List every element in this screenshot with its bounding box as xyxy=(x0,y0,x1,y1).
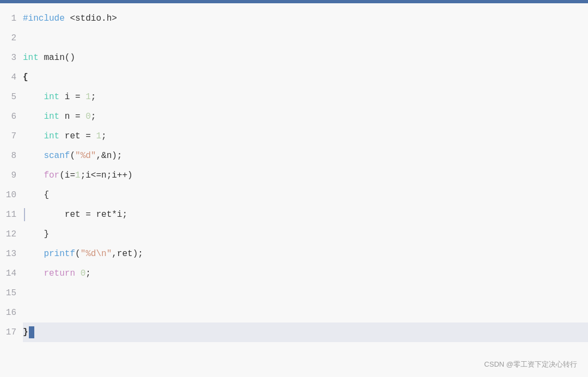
code-text: ret = ret*i; xyxy=(65,210,127,220)
code-line-4: { xyxy=(23,68,588,87)
code-line-8: scanf("%d",&n); xyxy=(23,146,588,166)
indent xyxy=(23,151,44,161)
code-text: <stdio.h> xyxy=(65,14,117,23)
line-num-11: 11 xyxy=(0,205,16,224)
code-text: ; xyxy=(91,112,96,121)
code-text: main() xyxy=(39,53,75,63)
str-printf: "%d\n" xyxy=(81,249,112,259)
code-text: ; xyxy=(85,269,91,278)
code-content[interactable]: #include <stdio.h> int main() { int i = … xyxy=(23,8,588,373)
editor-container: 1 2 3 4 5 6 7 8 9 10 11 12 13 14 15 16 1… xyxy=(0,0,588,377)
brace-inner-close: } xyxy=(44,229,49,239)
keyword-int-5: int xyxy=(44,92,59,102)
line-num-2: 2 xyxy=(0,28,16,48)
code-line-1: #include <stdio.h> xyxy=(23,9,588,28)
line-num-13: 13 xyxy=(0,244,16,264)
line-num-17: 17 xyxy=(0,323,16,342)
code-text: ,ret); xyxy=(112,249,143,259)
code-line-11: ret = ret*i; xyxy=(23,205,588,224)
indent xyxy=(23,92,44,102)
num-1b: 1 xyxy=(96,131,101,141)
num-1c: 1 xyxy=(75,171,81,180)
line-num-3: 3 xyxy=(0,48,16,68)
code-text: ; xyxy=(101,131,107,141)
code-line-5: int i = 1; xyxy=(23,87,588,107)
indent xyxy=(23,229,44,239)
code-text: ; xyxy=(91,92,96,102)
line-num-5: 5 xyxy=(0,87,16,107)
brace-inner-open: { xyxy=(44,190,49,200)
num-1: 1 xyxy=(85,92,91,102)
code-line-7: int ret = 1; xyxy=(23,126,588,146)
code-text: n = xyxy=(59,112,85,121)
brace-main-close: } xyxy=(23,327,28,337)
line-num-6: 6 xyxy=(0,107,16,126)
indent xyxy=(23,249,44,259)
code-text xyxy=(75,269,81,278)
line-num-8: 8 xyxy=(0,146,16,166)
code-line-2 xyxy=(23,28,588,48)
code-text: ( xyxy=(75,249,81,259)
code-text: ;i<=n;i++) xyxy=(81,171,133,180)
code-line-15 xyxy=(23,283,588,303)
line-num-9: 9 xyxy=(0,166,16,185)
cursor xyxy=(29,326,34,338)
line-num-15: 15 xyxy=(0,283,16,303)
code-line-16 xyxy=(23,303,588,323)
line-numbers: 1 2 3 4 5 6 7 8 9 10 11 12 13 14 15 16 1… xyxy=(0,8,23,373)
keyword-return: return xyxy=(44,269,75,278)
line-num-1: 1 xyxy=(0,9,16,28)
code-text: ,&n); xyxy=(96,151,122,161)
indent-inner xyxy=(23,210,65,220)
line-num-7: 7 xyxy=(0,126,16,146)
code-line-9: for(i=1;i<=n;i++) xyxy=(23,166,588,185)
code-line-17: } xyxy=(23,323,588,342)
line-num-4: 4 xyxy=(0,68,16,87)
keyword-include: #include xyxy=(23,14,65,23)
func-scanf: scanf xyxy=(44,151,70,161)
line-num-16: 16 xyxy=(0,303,16,323)
code-line-3: int main() xyxy=(23,48,588,68)
keyword-int-3: int xyxy=(23,53,39,63)
keyword-int-6: int xyxy=(44,112,59,121)
code-text: ret = xyxy=(59,131,96,141)
code-line-12: } xyxy=(23,224,588,244)
code-line-10: { xyxy=(23,185,588,205)
code-line-13: printf("%d\n",ret); xyxy=(23,244,588,264)
str-scanf: "%d" xyxy=(75,151,96,161)
code-line-6: int n = 0; xyxy=(23,107,588,126)
keyword-int-7: int xyxy=(44,131,59,141)
brace-open: { xyxy=(23,72,28,82)
watermark: CSDN @零工资下定决心转行 xyxy=(484,360,577,369)
line-num-10: 10 xyxy=(0,185,16,205)
code-text: (i= xyxy=(59,171,75,180)
code-area[interactable]: 1 2 3 4 5 6 7 8 9 10 11 12 13 14 15 16 1… xyxy=(0,3,588,377)
indent xyxy=(23,190,44,200)
indent xyxy=(23,112,44,121)
indent xyxy=(23,171,44,180)
line-num-12: 12 xyxy=(0,224,16,244)
code-text: ( xyxy=(70,151,75,161)
line-num-14: 14 xyxy=(0,264,16,283)
code-line-14: return 0; xyxy=(23,264,588,283)
code-text: i = xyxy=(59,92,85,102)
indent xyxy=(23,269,44,278)
func-printf: printf xyxy=(44,249,75,259)
indent xyxy=(23,131,44,141)
keyword-for: for xyxy=(44,171,59,180)
num-0b: 0 xyxy=(81,269,86,278)
num-0: 0 xyxy=(85,112,91,121)
